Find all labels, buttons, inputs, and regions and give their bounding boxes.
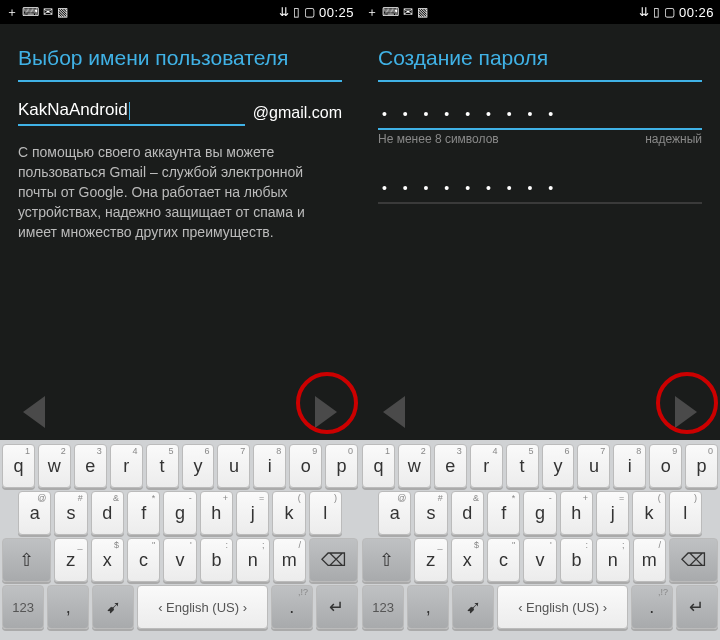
key-x[interactable]: x$ [451, 538, 484, 582]
next-button[interactable] [666, 392, 706, 432]
key-numbers[interactable]: 123 [362, 585, 404, 629]
text-cursor-icon [129, 102, 130, 120]
key-l[interactable]: l) [669, 491, 702, 535]
mail-icon: ✉ [43, 5, 53, 19]
key-t[interactable]: t5 [506, 444, 539, 488]
key-i[interactable]: i8 [253, 444, 286, 488]
title-underline [18, 80, 342, 82]
battery-icon: ▢ [664, 5, 675, 19]
plus-icon: ＋ [6, 4, 18, 21]
key-z[interactable]: z_ [54, 538, 87, 582]
key-g[interactable]: g- [163, 491, 196, 535]
key-y[interactable]: y6 [182, 444, 215, 488]
key-o[interactable]: o9 [649, 444, 682, 488]
key-v[interactable]: v' [523, 538, 556, 582]
key-space[interactable]: ‹ English (US) › [137, 585, 267, 629]
screen-username: ＋ ⌨ ✉ ▧ ⇊ ▯ ▢ 00:25 Выбор имени пользова… [0, 0, 360, 640]
chevron-left-icon [383, 396, 405, 428]
key-h[interactable]: h+ [560, 491, 593, 535]
key-j[interactable]: j= [236, 491, 269, 535]
key-l[interactable]: l) [309, 491, 342, 535]
key-k[interactable]: k( [632, 491, 665, 535]
key-enter[interactable]: ↵ [676, 585, 718, 629]
chevron-left-icon [23, 396, 45, 428]
keyboard: q1w2e3r4t5y6u7i8o9p0a@s#d&f*g-h+j=k(l)⇧z… [0, 440, 360, 640]
key-comma[interactable]: , [47, 585, 89, 629]
key-e[interactable]: e3 [74, 444, 107, 488]
back-button[interactable] [374, 392, 414, 432]
key-f[interactable]: f* [127, 491, 160, 535]
key-s[interactable]: s# [54, 491, 87, 535]
key-u[interactable]: u7 [577, 444, 610, 488]
key-space[interactable]: ‹ English (US) › [497, 585, 627, 629]
key-v[interactable]: v' [163, 538, 196, 582]
key-e[interactable]: e3 [434, 444, 467, 488]
key-t[interactable]: t5 [146, 444, 179, 488]
chevron-right-icon [315, 396, 337, 428]
key-a[interactable]: a@ [378, 491, 411, 535]
key-q[interactable]: q1 [2, 444, 35, 488]
username-input[interactable]: KakNaAndroid [18, 100, 128, 119]
status-bar: ＋ ⌨ ✉ ▧ ⇊ ▯ ▢ 00:26 [360, 0, 720, 24]
key-a[interactable]: a@ [18, 491, 51, 535]
description-text: С помощью своего аккаунта вы можете поль… [0, 128, 360, 242]
key-swype[interactable]: ➹ [452, 585, 494, 629]
key-q[interactable]: q1 [362, 444, 395, 488]
key-p[interactable]: p0 [685, 444, 718, 488]
key-swype[interactable]: ➹ [92, 585, 134, 629]
key-w[interactable]: w2 [398, 444, 431, 488]
password-confirm-input[interactable]: • • • • • • • • • [378, 174, 702, 204]
key-b[interactable]: b: [560, 538, 593, 582]
key-d[interactable]: d& [91, 491, 124, 535]
key-f[interactable]: f* [487, 491, 520, 535]
key-backspace[interactable]: ⌫ [309, 538, 358, 582]
key-r[interactable]: r4 [470, 444, 503, 488]
key-m[interactable]: m/ [273, 538, 306, 582]
mail-icon: ✉ [403, 5, 413, 19]
password-input[interactable]: • • • • • • • • • [378, 100, 702, 130]
key-o[interactable]: o9 [289, 444, 322, 488]
key-n[interactable]: n; [596, 538, 629, 582]
key-j[interactable]: j= [596, 491, 629, 535]
key-shift[interactable]: ⇧ [362, 538, 411, 582]
key-n[interactable]: n; [236, 538, 269, 582]
key-y[interactable]: y6 [542, 444, 575, 488]
key-backspace[interactable]: ⌫ [669, 538, 718, 582]
battery-icon: ▢ [304, 5, 315, 19]
key-enter[interactable]: ↵ [316, 585, 358, 629]
key-u[interactable]: u7 [217, 444, 250, 488]
title-underline [378, 80, 702, 82]
keyboard-icon: ⌨ [382, 5, 399, 19]
key-comma[interactable]: , [407, 585, 449, 629]
key-c[interactable]: c" [487, 538, 520, 582]
picture-icon: ▧ [57, 5, 68, 19]
key-p[interactable]: p0 [325, 444, 358, 488]
back-button[interactable] [14, 392, 54, 432]
key-h[interactable]: h+ [200, 491, 233, 535]
key-shift[interactable]: ⇧ [2, 538, 51, 582]
plus-icon: ＋ [366, 4, 378, 21]
key-w[interactable]: w2 [38, 444, 71, 488]
key-i[interactable]: i8 [613, 444, 646, 488]
min-length-hint: Не менее 8 символов [378, 132, 499, 146]
screen-password: ＋ ⌨ ✉ ▧ ⇊ ▯ ▢ 00:26 Создание пароля • • … [360, 0, 720, 640]
key-x[interactable]: x$ [91, 538, 124, 582]
key-g[interactable]: g- [523, 491, 556, 535]
key-z[interactable]: z_ [414, 538, 447, 582]
next-button[interactable] [306, 392, 346, 432]
sim-icon: ▯ [653, 5, 660, 19]
key-m[interactable]: m/ [633, 538, 666, 582]
key-r[interactable]: r4 [110, 444, 143, 488]
wifi-icon: ⇊ [279, 5, 289, 19]
key-period[interactable]: .,!? [271, 585, 313, 629]
key-s[interactable]: s# [414, 491, 447, 535]
key-period[interactable]: .,!? [631, 585, 673, 629]
key-k[interactable]: k( [272, 491, 305, 535]
key-numbers[interactable]: 123 [2, 585, 44, 629]
chevron-right-icon [675, 396, 697, 428]
key-d[interactable]: d& [451, 491, 484, 535]
key-c[interactable]: c" [127, 538, 160, 582]
strength-hint: надежный [645, 132, 702, 146]
key-b[interactable]: b: [200, 538, 233, 582]
picture-icon: ▧ [417, 5, 428, 19]
